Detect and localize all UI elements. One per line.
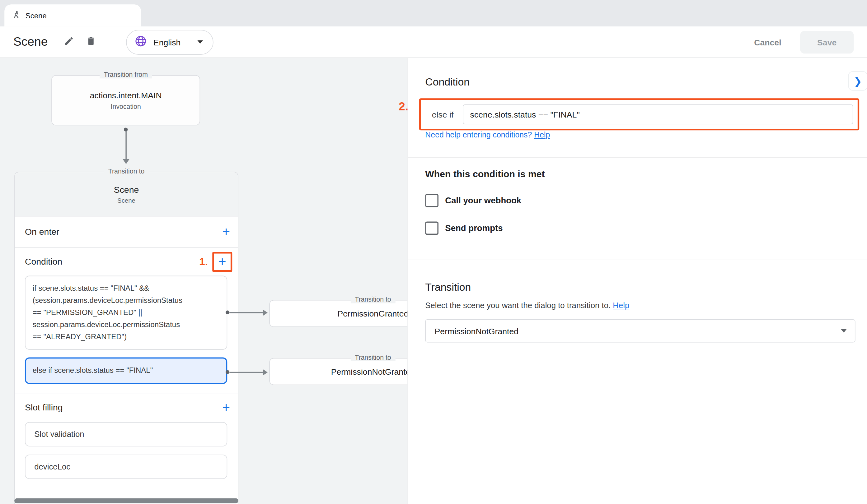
condition-item[interactable]: if scene.slots.status == "FINAL" && (ses… [25,276,227,350]
condition-row: Condition 1. + [15,248,238,276]
scene-card-title: Scene [114,185,139,195]
connector-line [125,131,126,159]
tab-bar: Scene [0,0,867,26]
scene-graph-canvas: Transition from actions.intent.MAIN Invo… [0,58,408,504]
webhook-label: Call your webhook [445,196,521,206]
section-divider [408,260,867,260]
delete-scene-button[interactable] [81,32,101,52]
language-caret-icon [197,41,203,44]
language-selector[interactable]: English [126,30,213,54]
connector-arrow-right-icon [263,369,268,375]
trash-icon [86,36,96,48]
connector-dot [226,310,229,314]
scene-card-header[interactable]: Scene Scene [15,172,238,216]
prompts-checkbox-row: Send prompts [425,221,503,235]
section-divider [408,157,867,158]
connector-line [229,372,263,373]
scene-card: Transition to Scene Scene On enter + Con… [14,172,238,504]
target-scene-name: PermissionNotGranted [331,367,408,376]
slot-filling-label: Slot filling [25,403,63,413]
cancel-button[interactable]: Cancel [754,37,781,47]
on-enter-row: On enter + [15,217,238,248]
annotation-box-1: + [212,252,232,272]
page-title: Scene [13,35,48,49]
collapse-panel-button[interactable]: ❯ [848,71,867,90]
annotation-2: 2. [399,100,408,113]
dropdown-caret-icon [841,329,847,333]
when-condition-heading: When this condition is met [425,169,545,180]
actions-console-scene-editor: Scene Scene English [0,0,867,504]
transition-description-text: Select the scene you want the dialog to … [425,301,611,310]
condition-item-selected[interactable]: else if scene.slots.status == "FINAL" [25,358,227,384]
help-text: Need help entering conditions? [425,130,532,139]
pencil-icon [64,36,74,48]
horizontal-scrollbar[interactable] [14,498,238,503]
prompts-label: Send prompts [445,223,503,233]
header: Scene English Cancel Save [0,26,867,58]
transition-target-card[interactable]: Transition to PermissionNotGranted [269,358,407,385]
prompts-checkbox[interactable] [425,221,438,235]
add-condition-button plus-icon[interactable]: + [218,255,226,269]
annotation-box-2: else if [419,98,859,130]
connector-dot [226,370,229,374]
scene-select-dropdown[interactable]: PermissionNotGranted [425,319,855,343]
intent-name: actions.intent.MAIN [90,90,162,100]
connector-line [229,312,263,314]
edit-scene-button[interactable] [59,32,79,52]
condition-expression-input[interactable] [463,105,853,124]
transition-description: Select the scene you want the dialog to … [425,301,629,310]
intent-type: Invocation [111,102,141,110]
transition-heading: Transition [425,281,471,293]
transition-to-label: Transition to [350,353,396,361]
add-slot-button plus-icon[interactable]: + [222,401,230,415]
help-link[interactable]: Help [534,130,550,139]
condition-label: Condition [25,257,62,267]
condition-section: Condition 1. + if scene.slots.status == … [15,248,238,393]
slot-filling-section: Slot filling + Slot validation deviceLoc [15,393,238,489]
transition-from-card[interactable]: Transition from actions.intent.MAIN Invo… [51,75,200,125]
connector-arrow-down-icon [122,159,129,164]
chevron-right-icon: ❯ [854,75,862,87]
on-enter-label: On enter [25,227,60,237]
tab-title: Scene [25,11,47,20]
webhook-checkbox-row: Call your webhook [425,194,521,207]
target-scene-name: PermissionGranted [338,309,407,318]
transition-to-label: Transition to [350,296,396,304]
transition-from-label: Transition from [99,70,152,78]
connector-arrow-right-icon [263,309,268,316]
condition-heading: Condition [425,76,470,88]
webhook-checkbox[interactable] [425,194,438,207]
scene-tab[interactable]: Scene [4,4,141,26]
header-actions: Cancel Save [754,31,854,54]
transition-target-card[interactable]: Transition to PermissionGranted [269,300,407,327]
slot-filling-row: Slot filling + [15,393,238,422]
dropdown-selected-value: PermissionNotGranted [435,326,519,336]
transition-to-label: Transition to [104,167,149,175]
slot-item[interactable]: Slot validation [25,422,227,446]
scene-card-subtitle: Scene [117,197,135,203]
language-label: English [153,37,181,47]
condition-editor-panel: Condition ❯ else if Need help entering c… [408,58,867,504]
save-button[interactable]: Save [800,31,854,54]
annotation-1: 1. [199,256,208,268]
globe-icon [135,34,147,50]
condition-prefix-label: else if [432,110,454,119]
condition-help-text: Need help entering conditions? Help [425,130,550,139]
actions-on-google-icon [12,10,21,21]
slot-item[interactable]: deviceLoc [25,454,227,479]
transition-help-link[interactable]: Help [613,301,629,310]
add-on-enter-button plus-icon[interactable]: + [222,226,230,239]
